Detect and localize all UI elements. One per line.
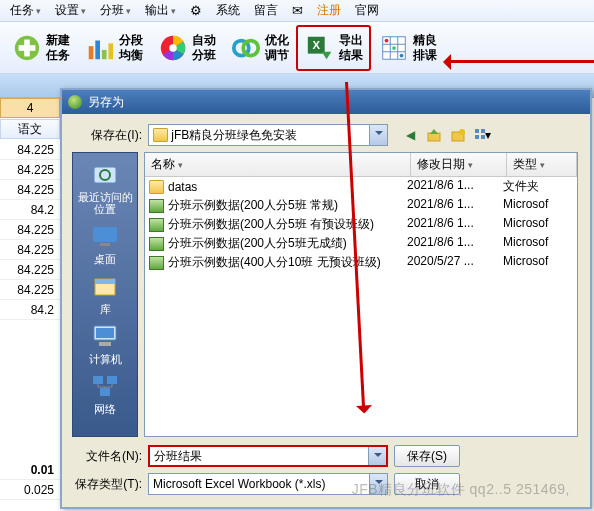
btn-label: 优化 调节 — [265, 33, 289, 63]
gear-icon[interactable]: ⚙ — [184, 1, 208, 20]
globe-icon — [68, 95, 82, 109]
cell[interactable]: 0.025 — [0, 480, 60, 500]
svg-rect-26 — [475, 135, 479, 139]
balance-button[interactable]: 分段 均衡 — [77, 25, 150, 71]
file-type: Microsof — [503, 216, 573, 233]
menu-output[interactable]: 输出 — [139, 0, 182, 21]
cell[interactable]: 84.225 — [0, 260, 60, 280]
filetype-combo[interactable]: Microsoft Excel Workbook (*.xls) — [148, 473, 388, 495]
menu-site[interactable]: 官网 — [349, 0, 385, 21]
cell[interactable]: 0.01 — [0, 460, 60, 480]
svg-rect-30 — [93, 227, 117, 242]
wheel-icon — [157, 32, 189, 64]
cell[interactable]: 84.2 — [0, 200, 60, 220]
menu-bar: 任务 设置 分班 输出 ⚙ 系统 留言 ✉ 注册 官网 — [0, 0, 594, 22]
cell[interactable]: 84.2 — [0, 300, 60, 320]
svg-rect-27 — [481, 135, 485, 139]
export-button[interactable]: X导出 结果 — [296, 25, 371, 71]
svg-point-8 — [169, 44, 177, 52]
place-computer[interactable]: 计算机 — [88, 321, 122, 365]
file-type: Microsof — [503, 254, 573, 271]
file-row[interactable]: 分班示例数据(200人分5班无成绩)2021/8/6 1...Microsof — [145, 234, 577, 253]
file-date: 2021/8/6 1... — [407, 235, 503, 252]
cell[interactable]: 84.225 — [0, 160, 60, 180]
btn-label: 自动 分班 — [192, 33, 216, 63]
place-network[interactable]: 网络 — [88, 371, 122, 415]
optimize-button[interactable]: 优化 调节 — [223, 25, 296, 71]
bars-icon — [84, 32, 116, 64]
save-button[interactable]: 保存(S) — [394, 445, 460, 467]
folder-combo[interactable]: jFB精良分班绿色免安装 — [148, 124, 388, 146]
svg-rect-35 — [96, 328, 114, 338]
file-row[interactable]: 分班示例数据(200人分5班 常规)2021/8/6 1...Microsof — [145, 196, 577, 215]
nav-icons: ◀ ▾ — [400, 125, 492, 145]
file-date: 2021/8/6 1... — [407, 197, 503, 214]
svg-rect-6 — [108, 43, 113, 59]
cell[interactable]: 84.225 — [0, 140, 60, 160]
dialog-title-bar[interactable]: 另存为 — [62, 90, 590, 114]
filetype-value: Microsoft Excel Workbook (*.xls) — [153, 477, 325, 491]
cancel-button[interactable]: 取消 — [394, 473, 460, 495]
new-task-button[interactable]: 新建 任务 — [4, 25, 77, 71]
new-folder-icon[interactable] — [448, 125, 468, 145]
folder-value: jFB精良分班绿色免安装 — [171, 127, 297, 144]
cell[interactable]: 84.225 — [0, 220, 60, 240]
file-date: 2021/8/6 1... — [407, 216, 503, 233]
filename-value: 分班结果 — [154, 448, 202, 465]
btn-label: 新建 任务 — [46, 33, 70, 63]
place-recent[interactable]: 最近访问的位置 — [75, 159, 135, 215]
svg-rect-24 — [475, 129, 479, 133]
file-row[interactable]: 分班示例数据(200人分5班 有预设班级)2021/8/6 1...Micros… — [145, 215, 577, 234]
back-icon[interactable]: ◀ — [400, 125, 420, 145]
schedule-button[interactable]: 精良 排课 — [371, 25, 444, 71]
desktop-icon — [88, 221, 122, 251]
up-icon[interactable] — [424, 125, 444, 145]
menu-reg[interactable]: 注册 — [311, 0, 347, 21]
svg-rect-31 — [100, 243, 110, 246]
cell[interactable]: 84.225 — [0, 240, 60, 260]
place-label: 桌面 — [94, 253, 116, 265]
menu-board[interactable]: 留言 — [248, 0, 284, 21]
file-row[interactable]: datas2021/8/6 1...文件夹 — [145, 177, 577, 196]
svg-point-20 — [400, 53, 404, 57]
col-date[interactable]: 修改日期 — [411, 153, 507, 176]
excel-export-icon: X — [304, 32, 336, 64]
menu-sys[interactable]: 系统 — [210, 0, 246, 21]
views-icon[interactable]: ▾ — [472, 125, 492, 145]
btn-label: 精良 排课 — [413, 33, 437, 63]
loop-icon — [230, 32, 262, 64]
file-list-header: 名称 修改日期 类型 — [145, 153, 577, 177]
file-list[interactable]: 名称 修改日期 类型 datas2021/8/6 1...文件夹分班示例数据(2… — [144, 152, 578, 437]
svg-rect-37 — [93, 376, 103, 384]
place-desktop[interactable]: 桌面 — [88, 221, 122, 265]
file-name: 分班示例数据(200人分5班 有预设班级) — [168, 216, 374, 233]
auto-class-button[interactable]: 自动 分班 — [150, 25, 223, 71]
place-label: 库 — [100, 303, 111, 315]
cell[interactable]: 84.225 — [0, 180, 60, 200]
toolbar: 新建 任务 分段 均衡 自动 分班 优化 调节 X导出 结果 精良 排课 — [0, 22, 594, 74]
btn-label: 导出 结果 — [339, 33, 363, 63]
file-row[interactable]: 分班示例数据(400人分10班 无预设班级)2020/5/27 ...Micro… — [145, 253, 577, 272]
col-header[interactable]: 语文 — [0, 119, 60, 139]
cell[interactable]: 84.225 — [0, 280, 60, 300]
btn-label: 分段 均衡 — [119, 33, 143, 63]
file-type: 文件夹 — [503, 178, 573, 195]
places-bar: 最近访问的位置 桌面 库 计算机 网络 — [72, 152, 138, 437]
network-icon — [88, 371, 122, 401]
col-index[interactable]: 4 — [0, 98, 60, 118]
menu-settings[interactable]: 设置 — [49, 0, 92, 21]
grid-column: 4 语文 84.225 84.225 84.225 84.2 84.225 84… — [0, 98, 60, 511]
col-type[interactable]: 类型 — [507, 153, 577, 176]
menu-class[interactable]: 分班 — [94, 0, 137, 21]
svg-rect-39 — [100, 388, 110, 396]
svg-point-18 — [385, 38, 389, 42]
svg-rect-5 — [102, 49, 107, 58]
menu-tasks[interactable]: 任务 — [4, 0, 47, 21]
col-name[interactable]: 名称 — [145, 153, 411, 176]
mail-icon[interactable]: ✉ — [286, 1, 309, 20]
filename-combo[interactable]: 分班结果 — [148, 445, 388, 467]
svg-rect-21 — [428, 133, 440, 141]
library-icon — [88, 271, 122, 301]
place-lib[interactable]: 库 — [88, 271, 122, 315]
svg-rect-25 — [481, 129, 485, 133]
